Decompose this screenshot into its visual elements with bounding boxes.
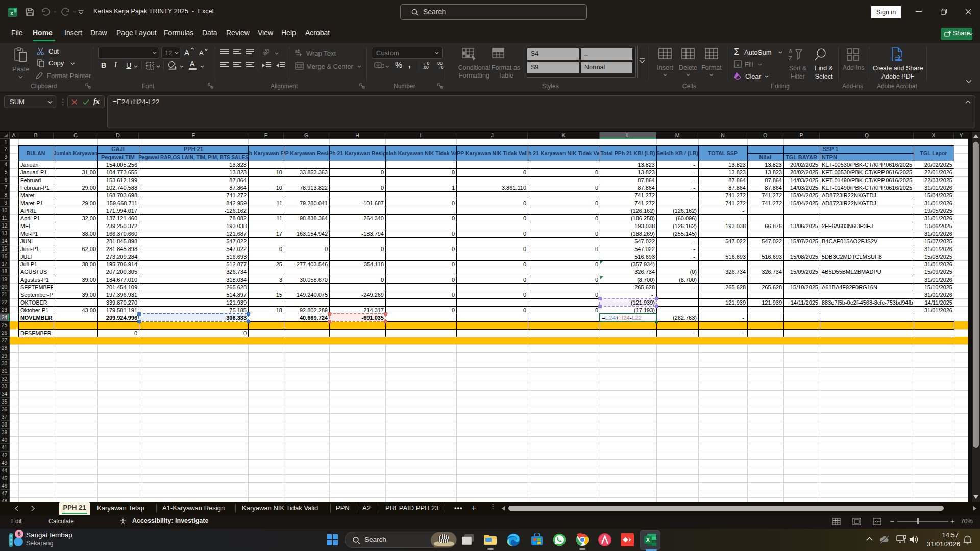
- svg-text:0: 0: [595, 200, 598, 206]
- svg-text:Januari: Januari: [20, 162, 38, 168]
- svg-text:X: X: [646, 537, 650, 543]
- svg-text:JUNI: JUNI: [20, 238, 33, 244]
- svg-text:-: -: [693, 284, 695, 290]
- svg-text:13.823: 13.823: [765, 162, 782, 168]
- svg-text:Januari-P1: Januari-P1: [20, 169, 47, 176]
- svg-text:SSP 1: SSP 1: [823, 146, 839, 152]
- svg-text:87.864: 87.864: [229, 177, 247, 183]
- svg-text:=E24+H24-L22: =E24+H24-L22: [602, 315, 642, 321]
- svg-text:34: 34: [2, 391, 8, 397]
- svg-text:(126.162): (126.162): [673, 223, 697, 229]
- svg-text:X: X: [932, 132, 935, 138]
- svg-text:PPH 21: PPH 21: [184, 146, 203, 152]
- svg-text:3: 3: [279, 277, 282, 283]
- svg-text:14/11/2025: 14/11/2025: [925, 299, 952, 306]
- svg-text:62,00: 62,00: [82, 246, 96, 252]
- svg-text:(126.162): (126.162): [631, 208, 655, 214]
- svg-text:Selisih KB / (LB): Selisih KB / (LB): [656, 150, 698, 156]
- svg-text:121.687: 121.687: [226, 231, 247, 237]
- svg-text:547.022: 547.022: [762, 238, 782, 244]
- svg-text:15: 15: [276, 292, 282, 298]
- svg-text:0: 0: [523, 292, 526, 298]
- svg-text:O: O: [763, 132, 767, 138]
- svg-text:0: 0: [452, 261, 455, 267]
- svg-text:0: 0: [243, 330, 247, 336]
- svg-text:(188.269): (188.269): [631, 231, 655, 237]
- svg-text:38,00: 38,00: [82, 261, 96, 267]
- svg-text:KET-00530/PBK-CT/KPP.0616/2025: KET-00530/PBK-CT/KPP.0616/2025: [822, 169, 912, 176]
- svg-text:Total PPh 21 KB/ (LB): Total PPh 21 KB/ (LB): [600, 150, 655, 156]
- svg-text:(0): (0): [690, 269, 697, 275]
- svg-text:121.939: 121.939: [725, 299, 746, 306]
- svg-text:19: 19: [2, 277, 8, 282]
- svg-text:31/01/2026: 31/01/2026: [924, 246, 952, 252]
- svg-text:31/01/2026: 31/01/2026: [924, 277, 952, 283]
- svg-text:201.454.109: 201.454.109: [106, 284, 137, 290]
- svg-text:87.864: 87.864: [638, 185, 655, 191]
- svg-text:13.823: 13.823: [728, 169, 746, 176]
- svg-text:163.154.942: 163.154.942: [297, 231, 328, 237]
- svg-text:PPh 21 Karyawan Resign: PPh 21 Karyawan Resign: [325, 150, 389, 156]
- svg-text:0: 0: [595, 246, 598, 252]
- svg-text:137.121.460: 137.121.460: [106, 215, 137, 221]
- svg-text:166.370.660: 166.370.660: [106, 231, 137, 237]
- svg-text:NOVEMBER: NOVEMBER: [20, 315, 53, 321]
- svg-text:-691.035: -691.035: [362, 315, 384, 321]
- svg-text:281.845.898: 281.845.898: [106, 238, 137, 244]
- svg-text:209.924.996: 209.924.996: [106, 315, 137, 321]
- svg-text:A: A: [789, 48, 793, 54]
- svg-text:0: 0: [452, 231, 455, 237]
- svg-text:197.396.931: 197.396.931: [106, 292, 137, 298]
- svg-text:4: 4: [4, 162, 7, 167]
- svg-text:75.185: 75.185: [229, 307, 247, 313]
- svg-text:8: 8: [4, 192, 7, 198]
- svg-text:306.333: 306.333: [226, 315, 247, 321]
- svg-text:H: H: [355, 132, 359, 138]
- svg-text:3.861.110: 3.861.110: [502, 185, 526, 191]
- svg-text:31/01/2026: 31/01/2026: [924, 307, 952, 313]
- svg-text:0: 0: [452, 200, 455, 206]
- svg-text:277.403.546: 277.403.546: [297, 261, 328, 267]
- svg-text:31/01/2026: 31/01/2026: [924, 231, 952, 237]
- svg-text:14/11/2025: 14/11/2025: [791, 299, 818, 306]
- svg-text:25: 25: [276, 261, 282, 267]
- svg-text:0: 0: [452, 292, 455, 298]
- svg-text:TGL BAYAR: TGL BAYAR: [786, 154, 817, 160]
- svg-text:AGUSTUS: AGUSTUS: [20, 269, 47, 275]
- svg-text:121.939: 121.939: [762, 299, 782, 306]
- svg-text:87.864: 87.864: [765, 177, 782, 183]
- svg-text:Juli-P1: Juli-P1: [20, 261, 37, 267]
- svg-text:Nilai: Nilai: [759, 154, 771, 160]
- svg-text:32,00: 32,00: [82, 215, 96, 221]
- svg-text:179.581.191: 179.581.191: [106, 307, 137, 313]
- svg-text:0: 0: [381, 277, 384, 283]
- svg-text:September-P1: September-P1: [20, 292, 56, 298]
- svg-text:741.272: 741.272: [762, 200, 782, 206]
- svg-text:6: 6: [4, 177, 7, 183]
- svg-text:10: 10: [276, 185, 282, 191]
- svg-text:DPP Karyawan NIK Tidak Valid: DPP Karyawan NIK Tidak Valid: [453, 150, 531, 156]
- svg-text:207.200.305: 207.200.305: [106, 269, 137, 275]
- svg-text:29,00: 29,00: [82, 185, 96, 191]
- svg-text:20: 20: [2, 284, 8, 290]
- svg-text:11: 11: [277, 215, 282, 221]
- svg-text:39,00: 39,00: [82, 277, 96, 283]
- svg-text:195.706.914: 195.706.914: [106, 261, 137, 267]
- svg-text:78.082: 78.082: [229, 215, 247, 221]
- svg-text:28: 28: [2, 345, 8, 351]
- svg-text:20/02/2025: 20/02/2025: [790, 169, 818, 176]
- svg-text:Juni-P1: Juni-P1: [20, 246, 39, 252]
- svg-text:-: -: [693, 330, 695, 336]
- svg-text:Jumlah Karyawan: Jumlah Karyawan: [54, 151, 98, 156]
- svg-text:-101.687: -101.687: [362, 200, 384, 206]
- svg-text:(60.096): (60.096): [676, 215, 697, 221]
- svg-text:-: -: [693, 238, 695, 244]
- svg-text:30: 30: [2, 361, 8, 366]
- svg-text:30.058.670: 30.058.670: [300, 277, 328, 283]
- svg-text:E: E: [191, 132, 195, 138]
- svg-text:0: 0: [595, 185, 598, 191]
- svg-text:43,00: 43,00: [82, 307, 96, 313]
- svg-text:DPP Karyawan Resign: DPP Karyawan Resign: [278, 150, 335, 156]
- svg-text:87.864: 87.864: [728, 185, 746, 191]
- svg-text:842.959: 842.959: [226, 200, 247, 206]
